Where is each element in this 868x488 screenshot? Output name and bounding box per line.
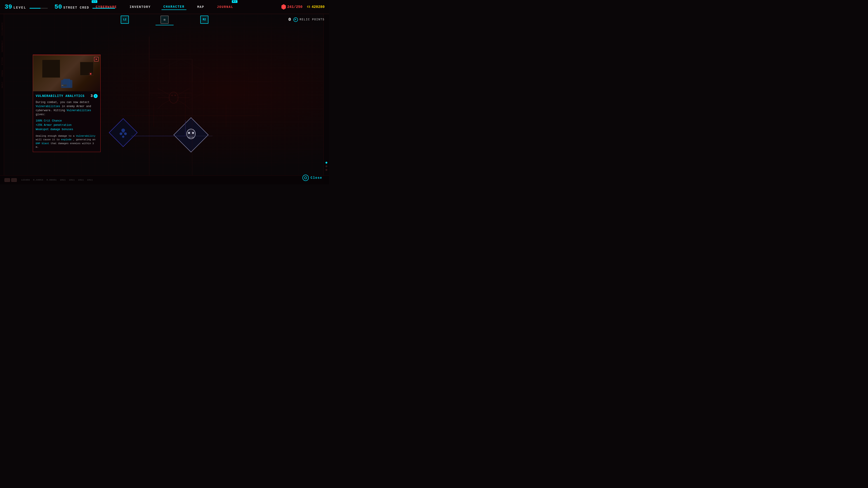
nav-inventory[interactable]: INVENTORY: [128, 4, 153, 10]
eurodollar-display: €$ 420280: [307, 5, 324, 9]
top-bar: 39 LEVEL 50 STREET CRED L1 CYBERWARE INV…: [0, 0, 329, 14]
sub-nav-l2[interactable]: L2: [121, 15, 129, 24]
relic-icon: +: [293, 18, 298, 22]
tooltip-description-main: During combat, you can now detect Vulner…: [36, 100, 98, 117]
close-circle-inner: [304, 176, 307, 179]
main-content: VULNERABILITY ANALYTICS 3 During combat,…: [0, 25, 329, 184]
tooltip-vulnerability-2: Vulnerabilities: [67, 109, 91, 112]
svg-point-17: [171, 95, 173, 96]
l1-badge: L1: [92, 0, 97, 3]
svg-point-18: [175, 95, 176, 96]
left-sidebar: SCHEMATICS CYBERWARE SKILLS PERKS ITEMS: [0, 0, 4, 184]
sidebar-text-4: PERKS: [1, 70, 3, 77]
bottom-stats-text: 123456 0.A9954 0.86651 1011 1011 1011 10…: [21, 179, 93, 181]
relic-count: 0: [288, 17, 291, 22]
sidebar-dot-2: [326, 165, 327, 167]
nav-character[interactable]: CHARACTER: [162, 4, 186, 10]
tooltip-special-2: will cause it to: [36, 138, 61, 141]
tooltip-special-description: Dealing enough damage to a Vulnerability…: [36, 134, 98, 149]
relic-label: RELIC POINTS: [300, 18, 324, 21]
tooltip-level-number: 3: [90, 94, 93, 98]
sub-nav-r2[interactable]: R2: [200, 15, 209, 24]
sub-nav-r2-label: R2: [203, 18, 206, 21]
tooltip-desc-1: During combat, you can now detect: [36, 101, 90, 104]
eurodollar-value: 420280: [311, 5, 324, 9]
svg-point-28: [188, 132, 190, 134]
tooltip-stat-2: +25% Armor penetration: [36, 123, 98, 127]
tooltip-stat-1: 100% Crit Chance: [36, 119, 98, 123]
svg-point-24: [122, 135, 124, 138]
street-cred-label: STREET CRED: [63, 6, 89, 9]
sidebar-dot-3: [326, 169, 327, 171]
bottom-icon-group-1: [4, 178, 17, 182]
svg-point-16: [169, 92, 178, 103]
armor-display: 241/250: [281, 4, 303, 10]
tooltip-level-display: 3: [90, 94, 98, 98]
tooltip-level-icon: [94, 94, 98, 98]
skill-node-right-active[interactable]: [179, 123, 204, 147]
sub-nav: L2 ⊡ R2: [0, 14, 329, 25]
sub-nav-bar: L2 ⊡ R2: [121, 15, 209, 24]
level-number: 39: [4, 3, 12, 10]
tooltip-special-1: Dealing enough damage to a: [36, 135, 76, 137]
tooltip-explode-highlight: explode: [61, 138, 71, 141]
eurodollar-symbol: €$: [307, 5, 310, 8]
level-bar: [30, 8, 48, 8]
tooltip-title: VULNERABILITY ANALYTICS: [36, 94, 85, 98]
sub-nav-middle[interactable]: ⊡: [160, 15, 168, 24]
level-display: 39 LEVEL: [4, 3, 48, 10]
tooltip-scene: [33, 55, 100, 91]
nav-journal[interactable]: JOURNAL R1: [215, 4, 235, 10]
tooltip-vulnerability-highlight: Vulnerability: [76, 135, 95, 137]
tooltip-card: VULNERABILITY ANALYTICS 3 During combat,…: [33, 55, 101, 152]
sub-nav-active-indicator: [156, 25, 174, 25]
svg-point-38: [95, 96, 96, 96]
close-button[interactable]: Close: [303, 175, 322, 181]
tooltip-desc-3: gives:: [36, 113, 45, 116]
level-bar-fill: [30, 8, 40, 8]
tooltip-title-row: VULNERABILITY ANALYTICS 3: [36, 94, 98, 98]
svg-point-21: [121, 129, 125, 132]
sidebar-text-5: ITEMS: [1, 82, 3, 88]
top-right-stats: 241/250 €$ 420280: [281, 4, 324, 10]
nav-map[interactable]: MAP: [195, 4, 206, 10]
skill-node-left[interactable]: [113, 123, 133, 143]
tooltip-stat-3: Weakspot damage bonuses: [36, 127, 98, 132]
sidebar-text-2: CYBERWARE: [1, 41, 3, 53]
r1-badge: R1: [232, 0, 238, 3]
play-icon-triangle: [96, 58, 97, 60]
bottom-bar: 123456 0.A9954 0.86651 1011 1011 1011 10…: [0, 175, 329, 184]
center-decorative-icon: [151, 75, 196, 120]
tooltip-special-3: , generating an: [73, 138, 95, 141]
street-cred-number: 50: [55, 3, 62, 10]
tooltip-image: [33, 55, 100, 91]
close-label: Close: [311, 176, 322, 180]
sidebar-dot-1: [326, 162, 327, 164]
bottom-icon-status: [11, 178, 17, 182]
tooltip-body: VULNERABILITY ANALYTICS 3 During combat,…: [33, 91, 100, 152]
nav-menu: L1 CYBERWARE INVENTORY CHARACTER MAP JOU…: [94, 0, 235, 14]
sub-nav-middle-icon: ⊡: [164, 18, 165, 22]
svg-rect-37: [61, 85, 63, 86]
armor-value: 241/250: [287, 5, 303, 9]
tooltip-stats-list: 100% Crit Chance +25% Armor penetration …: [36, 119, 98, 132]
svg-rect-35: [63, 79, 70, 88]
armor-icon: [281, 4, 286, 10]
sidebar-text-3: SKILLS: [1, 57, 3, 65]
tooltip-emp-highlight: EMP blast: [36, 142, 49, 145]
level-label: LEVEL: [13, 6, 26, 9]
relic-points-display: 0 + RELIC POINTS: [288, 17, 324, 22]
play-button[interactable]: [94, 57, 98, 61]
svg-point-29: [192, 132, 194, 134]
bottom-icon-battery: [4, 178, 10, 182]
sub-nav-l2-label: L2: [123, 18, 126, 21]
close-circle-icon: [303, 175, 309, 181]
tooltip-vulnerability-1: Vulnerabilities: [36, 105, 60, 108]
nav-cyberware[interactable]: L1 CYBERWARE: [94, 4, 119, 10]
right-sidebar: [323, 0, 329, 184]
